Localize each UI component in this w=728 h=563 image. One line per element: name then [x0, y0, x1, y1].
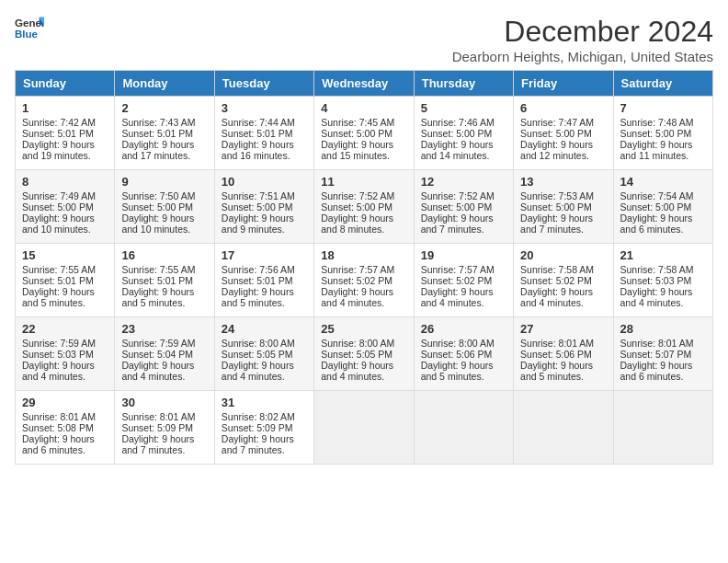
sunrise-label: Sunrise: 7:57 AM: [421, 264, 495, 275]
sunrise-label: Sunrise: 8:00 AM: [222, 338, 295, 349]
calendar-cell: 26 Sunrise: 8:00 AM Sunset: 5:06 PM Dayl…: [414, 317, 513, 391]
calendar-cell: 15 Sunrise: 7:55 AM Sunset: 5:01 PM Dayl…: [16, 244, 115, 317]
day-number: 3: [222, 101, 307, 115]
sunrise-label: Sunrise: 7:56 AM: [222, 264, 295, 275]
calendar-cell: 12 Sunrise: 7:52 AM Sunset: 5:00 PM Dayl…: [414, 170, 513, 244]
daylight-label: Daylight: 9 hours and 9 minutes.: [222, 213, 294, 235]
daylight-label: Daylight: 9 hours and 16 minutes.: [222, 139, 294, 161]
header-cell-friday: Friday: [514, 71, 613, 97]
sunrise-label: Sunrise: 7:59 AM: [22, 338, 96, 349]
sunset-label: Sunset: 5:01 PM: [121, 275, 193, 286]
day-number: 27: [520, 322, 606, 336]
sunrise-label: Sunrise: 7:47 AM: [520, 117, 594, 128]
sunrise-label: Sunrise: 7:45 AM: [321, 117, 394, 128]
daylight-label: Daylight: 9 hours and 15 minutes.: [321, 139, 393, 161]
header-cell-thursday: Thursday: [414, 71, 513, 97]
header-row: SundayMondayTuesdayWednesdayThursdayFrid…: [16, 71, 713, 97]
daylight-label: Daylight: 9 hours and 4 minutes.: [620, 286, 693, 308]
calendar-cell: 10 Sunrise: 7:51 AM Sunset: 5:00 PM Dayl…: [214, 170, 313, 244]
day-number: 24: [222, 322, 307, 336]
sunrise-label: Sunrise: 7:51 AM: [222, 190, 295, 201]
calendar-cell: 24 Sunrise: 8:00 AM Sunset: 5:05 PM Dayl…: [214, 317, 313, 391]
daylight-label: Daylight: 9 hours and 7 minutes.: [421, 213, 494, 235]
day-number: 25: [321, 322, 406, 336]
sunset-label: Sunset: 5:01 PM: [121, 128, 193, 139]
calendar-cell: 20 Sunrise: 7:58 AM Sunset: 5:02 PM Dayl…: [514, 244, 613, 317]
sunset-label: Sunset: 5:00 PM: [22, 201, 94, 213]
calendar-cell: 1 Sunrise: 7:42 AM Sunset: 5:01 PM Dayli…: [16, 97, 115, 170]
header: General Blue December 2024 Dearborn Heig…: [15, 15, 713, 64]
sunset-label: Sunset: 5:00 PM: [321, 201, 392, 213]
sunrise-label: Sunrise: 7:44 AM: [222, 117, 295, 128]
calendar-cell: 28 Sunrise: 8:01 AM Sunset: 5:07 PM Dayl…: [613, 317, 712, 391]
day-number: 5: [421, 101, 506, 115]
calendar-cell: 5 Sunrise: 7:46 AM Sunset: 5:00 PM Dayli…: [414, 97, 513, 170]
sunset-label: Sunset: 5:02 PM: [421, 275, 493, 286]
calendar-table: SundayMondayTuesdayWednesdayThursdayFrid…: [15, 70, 713, 465]
title-area: December 2024 Dearborn Heights, Michigan…: [452, 15, 713, 64]
sunrise-label: Sunrise: 7:57 AM: [321, 264, 394, 275]
header-cell-sunday: Sunday: [16, 71, 115, 97]
logo-icon: General Blue: [15, 15, 44, 40]
sunset-label: Sunset: 5:01 PM: [22, 128, 94, 139]
calendar-cell: 29 Sunrise: 8:01 AM Sunset: 5:08 PM Dayl…: [16, 391, 115, 465]
calendar-cell: 7 Sunrise: 7:48 AM Sunset: 5:00 PM Dayli…: [613, 97, 712, 170]
daylight-label: Daylight: 9 hours and 6 minutes.: [620, 360, 693, 382]
daylight-label: Daylight: 9 hours and 7 minutes.: [121, 433, 194, 455]
calendar-cell: [314, 391, 414, 465]
week-row-5: 29 Sunrise: 8:01 AM Sunset: 5:08 PM Dayl…: [16, 391, 713, 465]
sunset-label: Sunset: 5:05 PM: [222, 349, 293, 360]
sunrise-label: Sunrise: 7:59 AM: [121, 338, 195, 349]
day-number: 1: [22, 101, 108, 115]
sunrise-label: Sunrise: 7:52 AM: [321, 190, 394, 201]
calendar-cell: 2 Sunrise: 7:43 AM Sunset: 5:01 PM Dayli…: [115, 97, 214, 170]
day-number: 10: [222, 175, 307, 189]
calendar-cell: [414, 391, 513, 465]
daylight-label: Daylight: 9 hours and 7 minutes.: [222, 433, 294, 455]
calendar-cell: 18 Sunrise: 7:57 AM Sunset: 5:02 PM Dayl…: [314, 244, 414, 317]
sunset-label: Sunset: 5:00 PM: [421, 201, 493, 213]
sunset-label: Sunset: 5:01 PM: [222, 275, 293, 286]
daylight-label: Daylight: 9 hours and 4 minutes.: [222, 360, 294, 382]
sunrise-label: Sunrise: 7:54 AM: [620, 190, 694, 201]
calendar-cell: 9 Sunrise: 7:50 AM Sunset: 5:00 PM Dayli…: [115, 170, 214, 244]
svg-text:Blue: Blue: [15, 29, 39, 40]
daylight-label: Daylight: 9 hours and 12 minutes.: [520, 139, 593, 161]
day-number: 23: [121, 322, 207, 336]
daylight-label: Daylight: 9 hours and 10 minutes.: [121, 213, 194, 235]
day-number: 15: [22, 248, 108, 262]
sunrise-label: Sunrise: 7:50 AM: [121, 190, 195, 201]
daylight-label: Daylight: 9 hours and 10 minutes.: [22, 213, 95, 235]
sunset-label: Sunset: 5:06 PM: [421, 349, 493, 360]
daylight-label: Daylight: 9 hours and 7 minutes.: [520, 213, 593, 235]
sunset-label: Sunset: 5:00 PM: [620, 201, 692, 213]
sunrise-label: Sunrise: 7:58 AM: [520, 264, 594, 275]
sunset-label: Sunset: 5:00 PM: [321, 128, 392, 139]
calendar-cell: 16 Sunrise: 7:55 AM Sunset: 5:01 PM Dayl…: [115, 244, 214, 317]
header-cell-wednesday: Wednesday: [314, 71, 414, 97]
header-cell-saturday: Saturday: [613, 71, 712, 97]
week-row-1: 1 Sunrise: 7:42 AM Sunset: 5:01 PM Dayli…: [16, 97, 713, 170]
daylight-label: Daylight: 9 hours and 5 minutes.: [121, 286, 194, 308]
sunset-label: Sunset: 5:00 PM: [421, 128, 493, 139]
calendar-cell: 6 Sunrise: 7:47 AM Sunset: 5:00 PM Dayli…: [514, 97, 613, 170]
week-row-2: 8 Sunrise: 7:49 AM Sunset: 5:00 PM Dayli…: [16, 170, 713, 244]
daylight-label: Daylight: 9 hours and 4 minutes.: [321, 360, 393, 382]
calendar-cell: 21 Sunrise: 7:58 AM Sunset: 5:03 PM Dayl…: [613, 244, 712, 317]
sunrise-label: Sunrise: 7:48 AM: [620, 117, 694, 128]
header-cell-monday: Monday: [115, 71, 214, 97]
sunset-label: Sunset: 5:02 PM: [321, 275, 392, 286]
calendar-cell: 27 Sunrise: 8:01 AM Sunset: 5:06 PM Dayl…: [514, 317, 613, 391]
calendar-cell: 22 Sunrise: 7:59 AM Sunset: 5:03 PM Dayl…: [16, 317, 115, 391]
daylight-label: Daylight: 9 hours and 6 minutes.: [620, 213, 693, 235]
day-number: 17: [222, 248, 307, 262]
day-number: 16: [121, 248, 207, 262]
daylight-label: Daylight: 9 hours and 19 minutes.: [22, 139, 95, 161]
day-number: 29: [22, 396, 108, 409]
daylight-label: Daylight: 9 hours and 11 minutes.: [620, 139, 693, 161]
day-number: 11: [321, 175, 406, 189]
calendar-cell: 11 Sunrise: 7:52 AM Sunset: 5:00 PM Dayl…: [314, 170, 414, 244]
sunrise-label: Sunrise: 8:00 AM: [321, 338, 394, 349]
sunset-label: Sunset: 5:09 PM: [222, 422, 293, 433]
sunrise-label: Sunrise: 7:42 AM: [22, 117, 96, 128]
